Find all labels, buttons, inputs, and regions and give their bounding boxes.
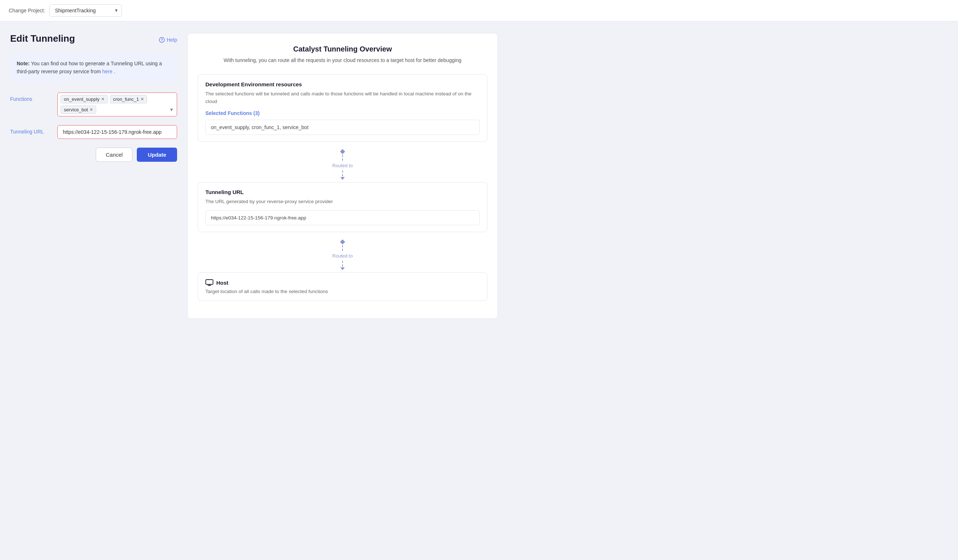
monitor-icon xyxy=(205,279,213,286)
tag-label: cron_func_1 xyxy=(113,96,140,102)
tunneling-url-label: Tunneling URL xyxy=(10,125,50,134)
tag-remove-cron-func-1[interactable]: × xyxy=(141,96,144,101)
overview-subtitle: With tunneling, you can route all the re… xyxy=(198,56,487,64)
tunneling-url-card: Tunneling URL The URL generated by your … xyxy=(198,182,487,232)
project-select[interactable]: ShipmentTrackingProjectAlphaProjectBeta xyxy=(49,4,122,17)
tag-label: on_event_supply xyxy=(64,96,100,102)
main-content: Edit Tunneling ? Help Note: You can find… xyxy=(0,21,508,331)
tunneling-url-row: Tunneling URL xyxy=(10,125,177,139)
note-bold: Note: xyxy=(17,60,30,66)
connector-line-1b xyxy=(342,171,343,176)
connector-diamond-2 xyxy=(340,239,345,244)
tag-on-event-supply: on_event_supply × xyxy=(60,95,108,103)
help-icon: ? xyxy=(159,37,165,43)
tunneling-url-card-title: Tunneling URL xyxy=(205,189,480,195)
right-panel: Catalyst Tunneling Overview With tunneli… xyxy=(187,33,498,319)
tag-cron-func-1: cron_func_1 × xyxy=(110,95,148,103)
host-card: Host Target location of all calls made t… xyxy=(198,272,487,301)
connector-line-2 xyxy=(342,245,343,251)
page-title: Edit Tunneling xyxy=(10,33,75,44)
routed-to-label-2: Routed to xyxy=(332,253,353,259)
functions-label: Functions xyxy=(10,92,50,102)
dev-env-card: Development Environment resources The se… xyxy=(198,74,487,142)
svg-text:?: ? xyxy=(161,38,163,42)
tag-remove-on-event-supply[interactable]: × xyxy=(101,96,104,101)
connector-line-1 xyxy=(342,155,343,161)
tunneling-url-display: https://e034-122-15-156-179.ngrok-free.a… xyxy=(205,210,480,225)
title-row: Edit Tunneling ? Help xyxy=(10,33,177,46)
dev-env-desc: The selected functions will be tunneled … xyxy=(205,90,480,105)
host-desc: Target location of all calls made to the… xyxy=(205,289,480,294)
selected-functions-box: on_event_supply, cron_func_1, service_bo… xyxy=(205,120,480,135)
note-end: . xyxy=(114,68,116,74)
top-bar: Change Project: ShipmentTrackingProjectA… xyxy=(0,0,958,21)
note-box: Note: You can find out how to generate a… xyxy=(10,54,177,82)
selected-functions-label: Selected Functions (3) xyxy=(205,110,480,116)
project-select-wrapper[interactable]: ShipmentTrackingProjectAlphaProjectBeta … xyxy=(49,4,122,17)
host-title: Host xyxy=(205,279,480,286)
help-label: Help xyxy=(167,37,177,43)
routed-to-connector-1: Routed to xyxy=(198,148,487,182)
connector-line-2b xyxy=(342,261,343,267)
dev-env-title: Development Environment resources xyxy=(205,81,480,87)
routed-to-label-1: Routed to xyxy=(332,163,353,168)
change-project-label: Change Project: xyxy=(9,8,45,13)
functions-row: Functions on_event_supply × cron_func_1 … xyxy=(10,92,177,116)
left-panel: Edit Tunneling ? Help Note: You can find… xyxy=(10,33,177,319)
note-link[interactable]: here xyxy=(102,68,113,76)
connector-arrow-2 xyxy=(340,267,345,270)
functions-input-wrapper: on_event_supply × cron_func_1 × service_… xyxy=(57,92,177,116)
tag-label: service_bot xyxy=(64,107,88,112)
overview-title: Catalyst Tunneling Overview xyxy=(198,45,487,53)
connector-diamond-1 xyxy=(340,149,345,154)
functions-tags-input[interactable]: on_event_supply × cron_func_1 × service_… xyxy=(57,92,177,116)
action-buttons: Cancel Update xyxy=(10,148,177,162)
tag-remove-service-bot[interactable]: × xyxy=(90,107,92,112)
connector-arrow-1 xyxy=(340,177,345,180)
tunneling-url-card-desc: The URL generated by your reverse-proxy … xyxy=(205,198,480,205)
update-button[interactable]: Update xyxy=(137,148,177,162)
tag-service-bot: service_bot × xyxy=(60,106,96,114)
routed-to-connector-2: Routed to xyxy=(198,238,487,272)
tunneling-url-input[interactable] xyxy=(57,125,177,139)
svg-rect-2 xyxy=(206,280,213,284)
help-link[interactable]: ? Help xyxy=(159,37,177,43)
cancel-button[interactable]: Cancel xyxy=(96,148,132,162)
tunneling-url-input-wrapper xyxy=(57,125,177,139)
note-text: You can find out how to generate a Tunne… xyxy=(17,60,162,74)
tags-dropdown-icon[interactable]: ▼ xyxy=(169,107,174,112)
